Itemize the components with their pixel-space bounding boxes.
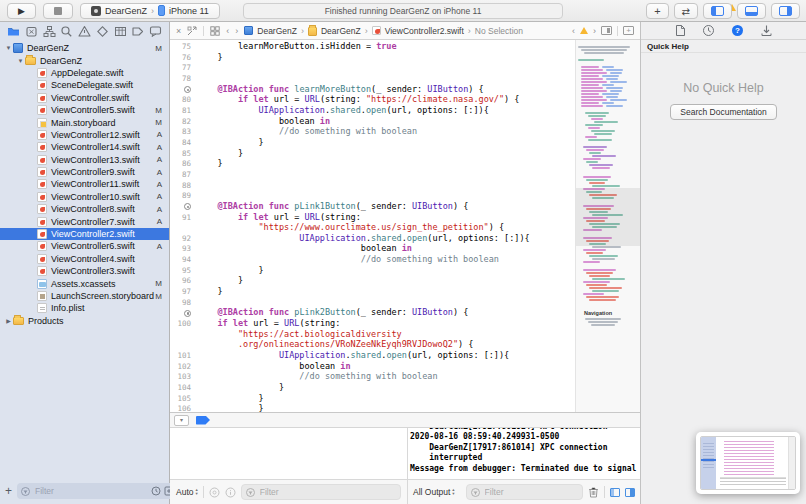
source-code-editor[interactable]: 75 learnMoreButton.isHidden = true76 }77… xyxy=(170,40,575,412)
report-navigator-icon[interactable] xyxy=(149,25,162,38)
code-line-103[interactable]: 103 //do something with boolean xyxy=(170,371,575,382)
recent-files-clock-icon[interactable] xyxy=(151,486,161,496)
line-number[interactable]: 84 xyxy=(170,138,197,149)
show-console-view-icon[interactable] xyxy=(625,488,635,497)
code-line-79[interactable]: @IBAction func learnMoreButton(_ sender:… xyxy=(170,84,575,95)
tree-item-viewcontroller5-swift[interactable]: ViewController5.swiftM xyxy=(0,104,169,116)
code-line-102[interactable]: 102 boolean in xyxy=(170,361,575,372)
code-line-77[interactable]: 77 xyxy=(170,62,575,73)
tree-item-launchscreen-storyboard[interactable]: LaunchScreen.storyboardM xyxy=(0,290,169,302)
console-output-popup[interactable]: All Output ▴▾ xyxy=(413,487,455,497)
adjust-editor-options-icon[interactable] xyxy=(601,26,612,35)
code-line-75[interactable]: 75 learnMoreButton.isHidden = true xyxy=(170,41,575,52)
tree-item-info-plist[interactable]: Info.plist xyxy=(0,302,169,314)
go-forward-icon[interactable]: › xyxy=(235,26,238,36)
flag-circle-icon[interactable] xyxy=(209,487,220,498)
test-navigator-icon[interactable] xyxy=(96,25,109,38)
stop-button[interactable] xyxy=(43,3,73,19)
line-number[interactable]: 87 xyxy=(170,170,197,181)
toggle-debug-area-button[interactable] xyxy=(737,3,766,19)
symbol-navigator-icon[interactable] xyxy=(43,25,56,38)
tree-item-viewcontroller7-swift[interactable]: ViewController7.swiftA xyxy=(0,215,169,227)
code-line-100[interactable]: 100 if let url = URL(string: xyxy=(170,318,575,329)
code-line-85[interactable]: 85 } xyxy=(170,148,575,159)
disclosure-down-icon[interactable]: ▼ xyxy=(16,58,25,64)
open-in-window-icon[interactable] xyxy=(187,26,197,36)
variables-scope-popup[interactable]: Auto ▴▾ xyxy=(176,487,198,497)
code-line-99[interactable]: @IBAction func pLink2Button(_ sender: UI… xyxy=(170,307,575,318)
code-line-106[interactable]: 106 } xyxy=(170,403,575,412)
breakpoints-toggle-icon[interactable] xyxy=(196,416,210,425)
run-button[interactable]: ▶ xyxy=(7,3,36,19)
disclosure-right-icon[interactable]: ▶ xyxy=(4,317,13,324)
code-line-93[interactable]: 93 boolean in xyxy=(170,243,575,254)
tree-item-deargenz[interactable]: ▼DearGenZ xyxy=(0,54,169,66)
editor-mode-button[interactable]: ⇄ xyxy=(674,3,698,19)
console-filter-field[interactable] xyxy=(466,484,583,500)
tree-item-viewcontroller13-swift[interactable]: ViewController13.swiftA xyxy=(0,154,169,166)
code-line-96[interactable]: 96 } xyxy=(170,275,575,286)
accessibility-inspector-icon[interactable] xyxy=(760,24,773,37)
code-line-92[interactable]: 92 UIApplication.shared.open(url, option… xyxy=(170,233,575,244)
tree-item-scenedelegate-swift[interactable]: SceneDelegate.swift xyxy=(0,79,169,91)
show-variables-view-icon[interactable] xyxy=(610,488,620,497)
breakpoint-navigator-icon[interactable] xyxy=(131,25,144,38)
minimap-viewport[interactable] xyxy=(576,188,640,246)
tree-item-viewcontroller2-swift[interactable]: ViewController2.swift xyxy=(0,228,169,240)
filter-input[interactable] xyxy=(33,485,148,497)
search-documentation-button[interactable]: Search Documentation xyxy=(670,104,776,120)
breadcrumb-file[interactable]: ViewController2.swift xyxy=(385,26,464,36)
code-line-105[interactable]: 105 } xyxy=(170,393,575,404)
breadcrumb-project[interactable]: DearGenZ xyxy=(257,26,297,36)
tree-item-products[interactable]: ▶Products xyxy=(0,315,169,327)
info-circle-icon[interactable] xyxy=(225,487,236,498)
tree-item-appdelegate-swift[interactable]: AppDelegate.swift xyxy=(0,67,169,79)
code-line-89[interactable]: 89 xyxy=(170,190,575,201)
code-line-wrap[interactable]: "https://www.ourclimate.us/sign_the_peti… xyxy=(170,222,575,233)
code-line-78[interactable]: 78 xyxy=(170,73,575,84)
tree-item-viewcontroller9-swift[interactable]: ViewController9.swiftA xyxy=(0,166,169,178)
code-line-101[interactable]: 101 UIApplication.shared.open(url, optio… xyxy=(170,350,575,361)
project-navigator-icon[interactable] xyxy=(7,25,20,38)
navigator-filter-field[interactable] xyxy=(17,483,178,499)
close-editor-icon[interactable]: × xyxy=(176,26,181,36)
screenshot-preview-thumbnail[interactable] xyxy=(696,432,800,494)
tree-item-viewcontroller10-swift[interactable]: ViewController10.swiftA xyxy=(0,191,169,203)
code-line-87[interactable]: 87 xyxy=(170,169,575,180)
previous-issue-icon[interactable]: ‹ xyxy=(572,26,575,36)
scheme-selector[interactable]: DearGenZ › iPhone 11 xyxy=(80,3,220,19)
go-back-icon[interactable]: ‹ xyxy=(226,26,229,36)
file-inspector-icon[interactable] xyxy=(675,24,686,37)
variables-view[interactable] xyxy=(170,428,408,479)
tree-item-main-storyboard[interactable]: Main.storyboardM xyxy=(0,116,169,128)
code-line-84[interactable]: 84 } xyxy=(170,137,575,148)
tree-item-viewcontroller8-swift[interactable]: ViewController8.swiftA xyxy=(0,203,169,215)
tree-item-viewcontroller6-swift[interactable]: ViewController6.swiftA xyxy=(0,240,169,252)
breadcrumb-selection[interactable]: No Selection xyxy=(475,26,523,36)
tree-item-viewcontroller4-swift[interactable]: ViewController4.swift xyxy=(0,253,169,265)
tree-item-viewcontroller3-swift[interactable]: ViewController3.swift xyxy=(0,265,169,277)
issue-navigator-icon[interactable] xyxy=(78,25,91,38)
code-line-83[interactable]: 83 //do something with boolean xyxy=(170,126,575,137)
tree-item-viewcontroller11-swift[interactable]: ViewController11.swiftA xyxy=(0,178,169,190)
code-line-90[interactable]: @IBAction func pLink1Button(_ sender: UI… xyxy=(170,201,575,212)
code-line-98[interactable]: 98 xyxy=(170,297,575,308)
tree-item-viewcontroller12-swift[interactable]: ViewController12.swiftA xyxy=(0,129,169,141)
hide-debug-area-button[interactable]: ▾ xyxy=(174,415,189,426)
line-number[interactable]: 81 xyxy=(170,106,197,117)
code-line-76[interactable]: 76 } xyxy=(170,52,575,63)
code-line-94[interactable]: 94 //do something with boolean xyxy=(170,254,575,265)
console-output[interactable]: DearGenZ[17917:861014] XPC connection202… xyxy=(408,428,640,479)
source-control-navigator-icon[interactable] xyxy=(25,25,38,38)
code-line-86[interactable]: 86 } xyxy=(170,158,575,169)
next-issue-icon[interactable]: › xyxy=(593,26,596,36)
tree-item-assets-xcassets[interactable]: Assets.xcassetsM xyxy=(0,277,169,289)
related-items-icon[interactable] xyxy=(210,26,220,36)
quick-help-inspector-icon[interactable]: ? xyxy=(731,24,744,37)
code-line-81[interactable]: 81 UIApplication.shared.open(url, option… xyxy=(170,105,575,116)
code-line-95[interactable]: 95 } xyxy=(170,265,575,276)
code-line-82[interactable]: 82 boolean in xyxy=(170,116,575,127)
toggle-inspector-button[interactable] xyxy=(771,3,800,19)
add-editor-icon[interactable]: + xyxy=(623,26,634,35)
code-line-104[interactable]: 104 } xyxy=(170,382,575,393)
